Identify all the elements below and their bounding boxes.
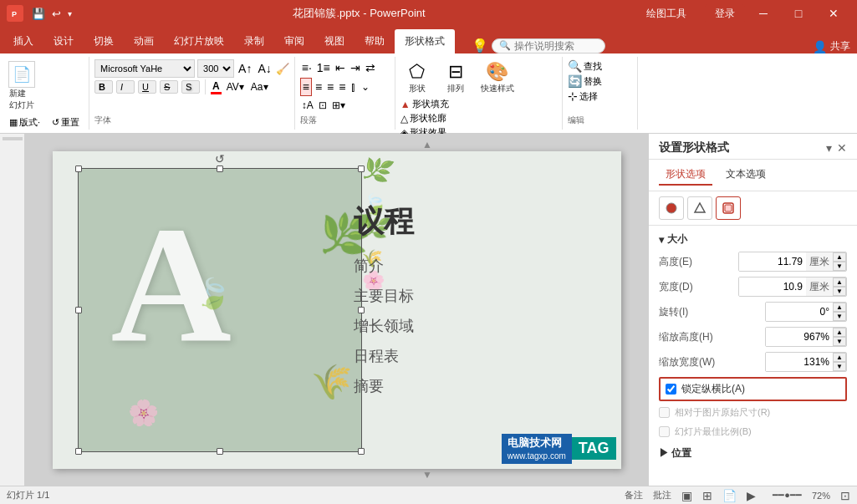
tab-insert[interactable]: 插入 <box>3 29 43 53</box>
find-label[interactable]: 查找 <box>584 60 602 73</box>
col-layout-icon[interactable]: ⫿ <box>349 79 358 95</box>
underline-button[interactable]: U <box>138 80 156 94</box>
font-family-select[interactable]: Microsoft YaHe <box>94 59 195 78</box>
select-label[interactable]: 选择 <box>579 90 598 103</box>
scale-h-input[interactable] <box>766 328 833 346</box>
italic-button[interactable]: I <box>116 80 135 94</box>
font-size-select[interactable]: 300 <box>197 59 234 78</box>
quick-access-undo[interactable]: ↩ <box>52 8 61 20</box>
indent-decrease-icon[interactable]: ⇤ <box>334 59 347 76</box>
text-direction-icon[interactable]: ↕A <box>300 98 315 113</box>
reset-button[interactable]: ↺ 重置 <box>48 115 84 130</box>
scale-h-spinner[interactable]: ▲ ▼ <box>833 328 846 346</box>
shape-fill-label[interactable]: 形状填充 <box>412 98 449 110</box>
clear-format-icon[interactable]: 🧹 <box>276 63 289 75</box>
effects-icon-btn[interactable] <box>716 196 741 220</box>
char-spacing-button[interactable]: AV▾ <box>225 81 246 93</box>
scale-w-down[interactable]: ▼ <box>833 362 846 371</box>
comments-btn[interactable]: 批注 <box>653 489 671 501</box>
scale-w-input[interactable] <box>766 353 833 371</box>
panel-tab-shape[interactable]: 形状选项 <box>659 165 712 186</box>
para-dropdown-icon[interactable]: ⌄ <box>360 79 371 94</box>
rotation-down[interactable]: ▼ <box>833 312 846 321</box>
panel-collapse-btn[interactable]: ▾ <box>826 141 832 155</box>
rtl-icon[interactable]: ⇄ <box>364 59 377 76</box>
view-reading-btn[interactable]: 📄 <box>722 489 737 502</box>
relative-size-checkbox[interactable] <box>659 407 670 418</box>
height-input[interactable] <box>739 252 806 271</box>
search-box[interactable]: 🔍 <box>492 38 605 53</box>
tab-transitions[interactable]: 切换 <box>84 29 124 53</box>
font-color-button[interactable]: A <box>211 80 222 94</box>
panel-close-btn[interactable]: ✕ <box>837 141 847 155</box>
fill-icon-btn[interactable] <box>659 196 684 220</box>
tab-view[interactable]: 视图 <box>314 29 355 53</box>
font-case-button[interactable]: Aa▾ <box>249 81 270 93</box>
strikethrough-button[interactable]: S <box>160 80 178 94</box>
search-input[interactable] <box>514 40 598 52</box>
rotation-up[interactable]: ▲ <box>833 303 846 312</box>
width-down[interactable]: ▼ <box>833 287 846 296</box>
view-normal-btn[interactable]: ▣ <box>681 489 692 502</box>
rotate-handle[interactable]: ↺ <box>215 152 225 165</box>
scale-h-up[interactable]: ▲ <box>833 328 846 337</box>
width-spinner[interactable]: ▲ ▼ <box>833 277 846 296</box>
width-up[interactable]: ▲ <box>833 277 846 287</box>
font-size-increase[interactable]: A↑ <box>237 62 253 75</box>
tab-shape-format[interactable]: 形状格式 <box>395 29 455 53</box>
bullet-list-icon[interactable]: ≡· <box>300 59 314 76</box>
size-collapse-icon[interactable]: ▾ <box>659 234 664 246</box>
lock-ratio-checkbox[interactable] <box>666 384 676 395</box>
height-spinner[interactable]: ▲ ▼ <box>833 252 846 271</box>
outline-icon-btn[interactable] <box>687 196 712 220</box>
login-button[interactable]: 登录 <box>705 4 745 23</box>
height-up[interactable]: ▲ <box>833 252 846 262</box>
quick-styles-button[interactable]: 🎨 快速样式 <box>477 59 518 96</box>
slide-notes-btn[interactable]: 备注 <box>625 489 643 501</box>
tab-help[interactable]: 帮助 <box>355 29 395 53</box>
align-center-icon[interactable]: ≡ <box>314 79 324 95</box>
convert-to-smartart-icon[interactable]: ⊞▾ <box>330 98 347 113</box>
tab-review[interactable]: 审阅 <box>274 29 314 53</box>
view-slidesorter-btn[interactable]: ⊞ <box>702 489 712 502</box>
new-slide-button[interactable]: 📄 新建幻灯片 <box>5 59 38 113</box>
width-input[interactable] <box>739 277 806 296</box>
shape-button[interactable]: ⬠ 形状 <box>400 59 434 96</box>
quick-access-save[interactable]: 💾 <box>32 8 45 20</box>
tab-record[interactable]: 录制 <box>234 29 274 53</box>
scale-h-down[interactable]: ▼ <box>833 337 846 346</box>
justify-icon[interactable]: ≡ <box>337 79 347 95</box>
layout-button[interactable]: ▦ 版式· <box>5 115 44 130</box>
tab-animations[interactable]: 动画 <box>124 29 164 53</box>
align-left-icon[interactable]: ≡ <box>300 78 312 96</box>
minimize-button[interactable]: ─ <box>747 0 780 27</box>
font-size-decrease[interactable]: A↓ <box>256 62 273 75</box>
panel-tab-text[interactable]: 文本选项 <box>719 165 773 186</box>
scroll-down-btn[interactable]: ▼ <box>422 469 432 481</box>
position-expand-icon[interactable]: ▶ <box>659 447 669 459</box>
rotation-spinner[interactable]: ▲ ▼ <box>833 303 846 321</box>
tab-slideshow[interactable]: 幻灯片放映 <box>164 29 234 53</box>
arrange-button[interactable]: ⊟ 排列 <box>439 59 472 96</box>
shape-outline-label[interactable]: 形状轮廓 <box>410 112 446 125</box>
maximize-button[interactable]: □ <box>782 0 815 27</box>
scale-w-spinner[interactable]: ▲ ▼ <box>833 353 846 371</box>
height-down[interactable]: ▼ <box>833 262 846 271</box>
share-label[interactable]: 共享 <box>830 39 850 53</box>
zoom-slider[interactable]: ━━●━━ <box>773 490 802 501</box>
indent-increase-icon[interactable]: ⇥ <box>349 59 362 76</box>
scroll-up-btn[interactable]: ▲ <box>422 139 432 150</box>
best-scale-checkbox[interactable] <box>659 426 670 437</box>
close-button[interactable]: ✕ <box>817 0 850 27</box>
text-align-icon[interactable]: ⊡ <box>317 98 329 113</box>
numbered-list-icon[interactable]: 1≡ <box>315 59 332 76</box>
quick-access-dropdown[interactable]: ▾ <box>68 9 72 18</box>
align-right-icon[interactable]: ≡ <box>325 79 335 95</box>
rotation-input[interactable] <box>766 303 833 321</box>
shadow-button[interactable]: S <box>181 80 200 94</box>
scale-w-up[interactable]: ▲ <box>833 353 846 362</box>
bold-button[interactable]: B <box>94 80 113 94</box>
replace-label[interactable]: 替换 <box>584 75 602 88</box>
view-slideshow-btn[interactable]: ▶ <box>747 489 756 502</box>
slide-canvas-area[interactable]: A 🌿 🌾 🍃 🌸 ↺ 🌿 <box>25 134 648 486</box>
